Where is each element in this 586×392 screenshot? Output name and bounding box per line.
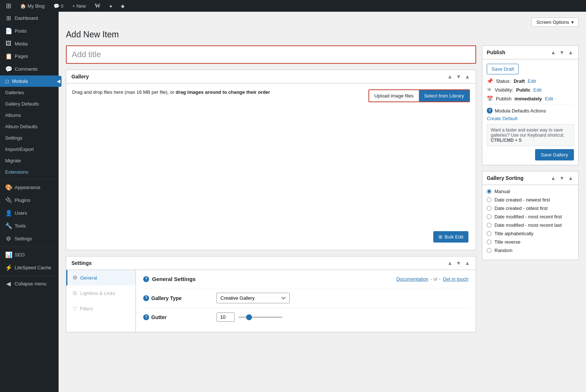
visibility-edit-link[interactable]: Edit [533, 87, 541, 93]
documentation-link[interactable]: Documentation [396, 276, 428, 282]
publish-collapse-down-btn[interactable]: ▼ [559, 49, 565, 55]
settings-nav-general[interactable]: ⚙ General [66, 270, 136, 285]
publish-time-row: 📅 Publish immediately Edit [487, 96, 574, 101]
get-in-touch-link[interactable]: Get in touch [443, 276, 468, 282]
settings-panel-title: Settings [71, 260, 92, 266]
sort-radio-random[interactable] [487, 248, 492, 253]
tools-icon: 🔧 [5, 222, 12, 229]
sidebar-item-dashboard[interactable]: ⊞ Dashboard [0, 12, 59, 25]
media-icon: 🖼 [5, 40, 12, 47]
gutter-number-input[interactable] [216, 313, 235, 322]
settings-links: Documentation - or - Get in touch [396, 276, 468, 282]
sort-radio-manual[interactable] [487, 189, 492, 194]
admin-bar-new[interactable]: + New [70, 0, 88, 12]
sidebar-item-gallery-defaults[interactable]: Gallery Defaults [0, 98, 59, 110]
gallery-sorting-title: Gallery Sorting [487, 175, 523, 181]
sidebar-item-galleries[interactable]: Galleries [0, 87, 59, 98]
screen-options-button[interactable]: Screen Options ▾ [531, 18, 579, 27]
gallery-close-btn[interactable]: ▲ [464, 74, 471, 79]
select-from-library-button[interactable]: Select from Library [419, 90, 469, 101]
sidebar-item-seo[interactable]: 📊 SEO [0, 248, 59, 261]
admin-bar-comments[interactable]: 💬 0 [51, 0, 66, 12]
upload-image-files-button[interactable]: Upload image files [369, 90, 419, 101]
publish-time-edit-link[interactable]: Edit [545, 96, 553, 101]
gutter-range-slider[interactable] [238, 317, 282, 318]
settings-collapse-up-btn[interactable]: ▲ [446, 260, 453, 266]
sidebar-item-settings2[interactable]: ⚙ Settings [0, 232, 59, 245]
general-settings-help-icon[interactable]: ? [143, 276, 149, 282]
sidebar-item-comments[interactable]: 💬 Comments [0, 63, 59, 75]
admin-bar-wp-logo[interactable]: ⊞ [4, 0, 14, 12]
admin-bar-circle[interactable]: ● [107, 0, 114, 12]
sidebar: ⊞ Dashboard 📄 Posts 🖼 Media 📋 Pages 💬 Co… [0, 12, 59, 392]
sort-label-date-newest: Date created - newest first [494, 197, 550, 203]
sort-radio-date-modified-last[interactable] [487, 223, 492, 228]
settings-panel-controls: ▲ ▼ ▲ [446, 260, 471, 266]
settings-content: ? General Settings Documentation - or - … [136, 270, 476, 332]
admin-bar-diamond[interactable]: ◆ [119, 0, 127, 12]
sidebar-item-settings[interactable]: Settings [0, 132, 59, 144]
sidebar-item-extensions[interactable]: Extensions [0, 166, 59, 178]
sidebar-item-album-defaults[interactable]: Album Defaults [0, 121, 59, 132]
status-edit-link[interactable]: Edit [528, 78, 536, 84]
sidebar-item-plugins[interactable]: 🔌 Plugins [0, 194, 59, 207]
gallery-type-select[interactable]: Creative Gallery Custom Grid Slider Maso… [216, 293, 290, 303]
sidebar-item-modula[interactable]: ◻ Modula ◀ [0, 75, 59, 87]
gallery-panel-header: Gallery ▲ ▼ ▲ [66, 70, 476, 84]
admin-bar-w[interactable]: W [92, 0, 103, 12]
save-draft-button[interactable]: Save Draft [487, 64, 519, 74]
sort-radio-date-oldest[interactable] [487, 206, 492, 211]
calendar-icon: 📅 [487, 96, 493, 101]
sidebar-item-media[interactable]: 🖼 Media [0, 37, 59, 50]
filters-icon: ▽ [73, 305, 77, 312]
sidebar-item-import-export[interactable]: Import/Export [0, 144, 59, 155]
gallery-body: Drag and drop files here (max 16 MB per … [66, 84, 476, 250]
sort-radio-date-newest[interactable] [487, 197, 492, 202]
sort-option-title-alpha: Title alphabetically [487, 231, 574, 236]
settings-layout: ⚙ General ⊞ Lightbox & Links ▽ Filters [66, 270, 476, 332]
gallery-type-label: Gallery Type [151, 295, 182, 301]
sidebar-item-litespeed[interactable]: ⚡ LiteSpeed Cache [0, 261, 59, 274]
sort-radio-title-alpha[interactable] [487, 231, 492, 236]
sidebar-item-pages[interactable]: 📋 Pages [0, 50, 59, 63]
gallery-type-help-icon[interactable]: ? [143, 295, 149, 301]
appearance-icon: 🎨 [5, 184, 12, 191]
status-icon: 📌 [487, 78, 493, 84]
dashboard-icon: ⊞ [5, 15, 12, 22]
litespeed-icon: ⚡ [5, 264, 12, 271]
chevron-down-icon: ▾ [571, 19, 574, 25]
gutter-label: Gutter [151, 314, 167, 320]
save-gallery-button[interactable]: Save Gallery [535, 149, 574, 160]
admin-bar-site-name[interactable]: 🏠 My Blog [18, 0, 47, 12]
sorting-close-btn[interactable]: ▲ [567, 175, 574, 181]
publish-close-btn[interactable]: ▲ [567, 49, 574, 55]
modula-defaults-help-icon[interactable]: ? [487, 108, 493, 114]
gutter-help-icon[interactable]: ? [143, 314, 149, 320]
post-title-input[interactable] [66, 45, 476, 64]
sidebar-item-albums[interactable]: Albums [0, 110, 59, 121]
visibility-row: 👁 Visibility: Public Edit [487, 87, 574, 93]
sort-radio-title-reverse[interactable] [487, 240, 492, 244]
sidebar-item-users[interactable]: 👤 Users [0, 207, 59, 219]
sort-label-date-modified-recent: Date modified - most recent first [494, 214, 562, 219]
sidebar-item-collapse-menu[interactable]: ◀ Collapse menu [0, 277, 59, 290]
sidebar-item-appearance[interactable]: 🎨 Appearance [0, 181, 59, 194]
gallery-sorting-controls: ▲ ▼ ▲ [550, 175, 574, 181]
publish-collapse-up-btn[interactable]: ▲ [550, 49, 556, 55]
sidebar-collapse-arrow[interactable]: ◀ [56, 76, 62, 87]
settings-nav-lightbox: ⊞ Lightbox & Links [66, 285, 136, 301]
settings-close-btn[interactable]: ▲ [464, 260, 471, 266]
gallery-type-control: Creative Gallery Custom Grid Slider Maso… [216, 293, 468, 303]
sorting-collapse-down-btn[interactable]: ▼ [559, 175, 565, 181]
sidebar-item-migrate[interactable]: Migrate [0, 155, 59, 166]
sort-radio-date-modified-recent[interactable] [487, 214, 492, 219]
create-default-link[interactable]: Create Default [487, 116, 574, 121]
gallery-collapse-down-btn[interactable]: ▼ [455, 74, 462, 79]
gallery-collapse-up-btn[interactable]: ▲ [446, 74, 453, 79]
sidebar-item-tools[interactable]: 🔧 Tools [0, 219, 59, 232]
sort-option-manual: Manual [487, 189, 574, 194]
sidebar-item-posts[interactable]: 📄 Posts [0, 25, 59, 37]
settings-collapse-down-btn[interactable]: ▼ [455, 260, 462, 266]
sorting-collapse-up-btn[interactable]: ▲ [550, 175, 556, 181]
bulk-edit-button[interactable]: ⊞ Bulk Edit [433, 231, 468, 243]
